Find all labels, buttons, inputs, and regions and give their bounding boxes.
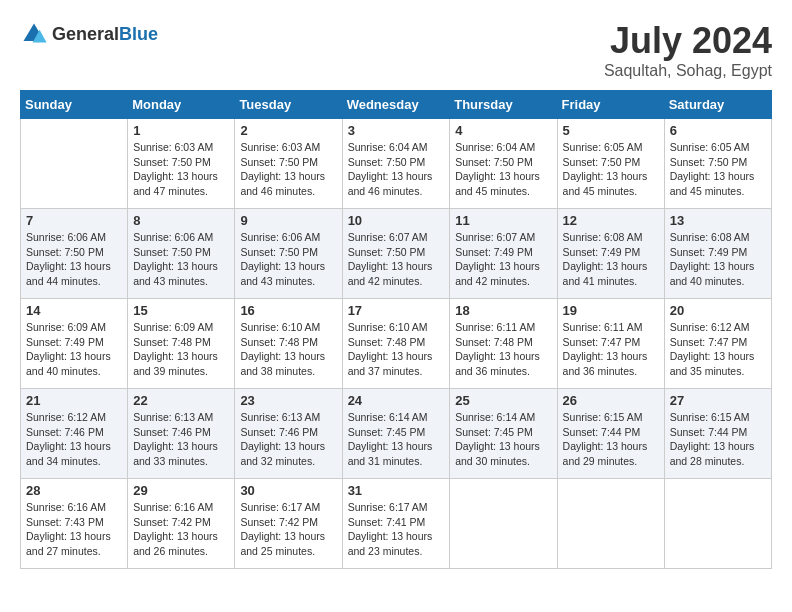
- calendar-week-row: 21Sunrise: 6:12 AM Sunset: 7:46 PM Dayli…: [21, 389, 772, 479]
- day-info: Sunrise: 6:06 AM Sunset: 7:50 PM Dayligh…: [240, 230, 336, 289]
- day-info: Sunrise: 6:15 AM Sunset: 7:44 PM Dayligh…: [563, 410, 659, 469]
- calendar-cell: 12Sunrise: 6:08 AM Sunset: 7:49 PM Dayli…: [557, 209, 664, 299]
- header-wednesday: Wednesday: [342, 91, 450, 119]
- calendar-cell: 30Sunrise: 6:17 AM Sunset: 7:42 PM Dayli…: [235, 479, 342, 569]
- calendar-cell: 14Sunrise: 6:09 AM Sunset: 7:49 PM Dayli…: [21, 299, 128, 389]
- calendar-week-row: 28Sunrise: 6:16 AM Sunset: 7:43 PM Dayli…: [21, 479, 772, 569]
- location-subtitle: Saqultah, Sohag, Egypt: [604, 62, 772, 80]
- calendar-cell: 28Sunrise: 6:16 AM Sunset: 7:43 PM Dayli…: [21, 479, 128, 569]
- day-number: 31: [348, 483, 445, 498]
- header-sunday: Sunday: [21, 91, 128, 119]
- day-number: 7: [26, 213, 122, 228]
- day-number: 3: [348, 123, 445, 138]
- day-info: Sunrise: 6:06 AM Sunset: 7:50 PM Dayligh…: [26, 230, 122, 289]
- day-number: 1: [133, 123, 229, 138]
- day-number: 22: [133, 393, 229, 408]
- day-number: 23: [240, 393, 336, 408]
- day-number: 25: [455, 393, 551, 408]
- calendar-cell: 25Sunrise: 6:14 AM Sunset: 7:45 PM Dayli…: [450, 389, 557, 479]
- calendar-cell: [557, 479, 664, 569]
- calendar-week-row: 7Sunrise: 6:06 AM Sunset: 7:50 PM Daylig…: [21, 209, 772, 299]
- header-saturday: Saturday: [664, 91, 771, 119]
- calendar-cell: 19Sunrise: 6:11 AM Sunset: 7:47 PM Dayli…: [557, 299, 664, 389]
- month-year-title: July 2024: [604, 20, 772, 62]
- day-number: 14: [26, 303, 122, 318]
- calendar-cell: 9Sunrise: 6:06 AM Sunset: 7:50 PM Daylig…: [235, 209, 342, 299]
- day-number: 24: [348, 393, 445, 408]
- day-info: Sunrise: 6:10 AM Sunset: 7:48 PM Dayligh…: [240, 320, 336, 379]
- calendar-cell: 3Sunrise: 6:04 AM Sunset: 7:50 PM Daylig…: [342, 119, 450, 209]
- day-info: Sunrise: 6:14 AM Sunset: 7:45 PM Dayligh…: [348, 410, 445, 469]
- calendar-cell: 31Sunrise: 6:17 AM Sunset: 7:41 PM Dayli…: [342, 479, 450, 569]
- calendar-cell: 24Sunrise: 6:14 AM Sunset: 7:45 PM Dayli…: [342, 389, 450, 479]
- day-info: Sunrise: 6:14 AM Sunset: 7:45 PM Dayligh…: [455, 410, 551, 469]
- day-info: Sunrise: 6:13 AM Sunset: 7:46 PM Dayligh…: [240, 410, 336, 469]
- calendar-cell: 20Sunrise: 6:12 AM Sunset: 7:47 PM Dayli…: [664, 299, 771, 389]
- day-info: Sunrise: 6:08 AM Sunset: 7:49 PM Dayligh…: [563, 230, 659, 289]
- day-info: Sunrise: 6:03 AM Sunset: 7:50 PM Dayligh…: [240, 140, 336, 199]
- calendar-header-row: SundayMondayTuesdayWednesdayThursdayFrid…: [21, 91, 772, 119]
- day-number: 10: [348, 213, 445, 228]
- day-number: 28: [26, 483, 122, 498]
- header-thursday: Thursday: [450, 91, 557, 119]
- calendar-cell: [21, 119, 128, 209]
- calendar-week-row: 14Sunrise: 6:09 AM Sunset: 7:49 PM Dayli…: [21, 299, 772, 389]
- day-info: Sunrise: 6:13 AM Sunset: 7:46 PM Dayligh…: [133, 410, 229, 469]
- day-number: 12: [563, 213, 659, 228]
- day-number: 8: [133, 213, 229, 228]
- day-info: Sunrise: 6:15 AM Sunset: 7:44 PM Dayligh…: [670, 410, 766, 469]
- day-info: Sunrise: 6:11 AM Sunset: 7:48 PM Dayligh…: [455, 320, 551, 379]
- calendar-cell: 5Sunrise: 6:05 AM Sunset: 7:50 PM Daylig…: [557, 119, 664, 209]
- calendar-cell: 4Sunrise: 6:04 AM Sunset: 7:50 PM Daylig…: [450, 119, 557, 209]
- calendar-cell: 27Sunrise: 6:15 AM Sunset: 7:44 PM Dayli…: [664, 389, 771, 479]
- calendar-cell: 2Sunrise: 6:03 AM Sunset: 7:50 PM Daylig…: [235, 119, 342, 209]
- day-info: Sunrise: 6:17 AM Sunset: 7:42 PM Dayligh…: [240, 500, 336, 559]
- day-number: 16: [240, 303, 336, 318]
- day-number: 2: [240, 123, 336, 138]
- day-info: Sunrise: 6:05 AM Sunset: 7:50 PM Dayligh…: [670, 140, 766, 199]
- day-number: 15: [133, 303, 229, 318]
- calendar-cell: 15Sunrise: 6:09 AM Sunset: 7:48 PM Dayli…: [128, 299, 235, 389]
- day-number: 17: [348, 303, 445, 318]
- page-header: GeneralBlue July 2024 Saqultah, Sohag, E…: [20, 20, 772, 80]
- logo-text-general: General: [52, 24, 119, 44]
- calendar-cell: 22Sunrise: 6:13 AM Sunset: 7:46 PM Dayli…: [128, 389, 235, 479]
- calendar-cell: [450, 479, 557, 569]
- calendar-cell: 21Sunrise: 6:12 AM Sunset: 7:46 PM Dayli…: [21, 389, 128, 479]
- day-info: Sunrise: 6:12 AM Sunset: 7:47 PM Dayligh…: [670, 320, 766, 379]
- day-info: Sunrise: 6:17 AM Sunset: 7:41 PM Dayligh…: [348, 500, 445, 559]
- calendar-cell: 10Sunrise: 6:07 AM Sunset: 7:50 PM Dayli…: [342, 209, 450, 299]
- calendar-cell: 13Sunrise: 6:08 AM Sunset: 7:49 PM Dayli…: [664, 209, 771, 299]
- logo: GeneralBlue: [20, 20, 158, 48]
- calendar-cell: 16Sunrise: 6:10 AM Sunset: 7:48 PM Dayli…: [235, 299, 342, 389]
- day-number: 6: [670, 123, 766, 138]
- calendar-cell: 17Sunrise: 6:10 AM Sunset: 7:48 PM Dayli…: [342, 299, 450, 389]
- day-info: Sunrise: 6:07 AM Sunset: 7:50 PM Dayligh…: [348, 230, 445, 289]
- day-number: 21: [26, 393, 122, 408]
- calendar-cell: [664, 479, 771, 569]
- title-block: July 2024 Saqultah, Sohag, Egypt: [604, 20, 772, 80]
- calendar-cell: 26Sunrise: 6:15 AM Sunset: 7:44 PM Dayli…: [557, 389, 664, 479]
- header-friday: Friday: [557, 91, 664, 119]
- day-number: 4: [455, 123, 551, 138]
- calendar-cell: 11Sunrise: 6:07 AM Sunset: 7:49 PM Dayli…: [450, 209, 557, 299]
- calendar-week-row: 1Sunrise: 6:03 AM Sunset: 7:50 PM Daylig…: [21, 119, 772, 209]
- day-info: Sunrise: 6:09 AM Sunset: 7:48 PM Dayligh…: [133, 320, 229, 379]
- calendar-cell: 18Sunrise: 6:11 AM Sunset: 7:48 PM Dayli…: [450, 299, 557, 389]
- calendar-table: SundayMondayTuesdayWednesdayThursdayFrid…: [20, 90, 772, 569]
- day-info: Sunrise: 6:03 AM Sunset: 7:50 PM Dayligh…: [133, 140, 229, 199]
- day-number: 9: [240, 213, 336, 228]
- day-info: Sunrise: 6:10 AM Sunset: 7:48 PM Dayligh…: [348, 320, 445, 379]
- day-number: 11: [455, 213, 551, 228]
- day-info: Sunrise: 6:12 AM Sunset: 7:46 PM Dayligh…: [26, 410, 122, 469]
- day-info: Sunrise: 6:06 AM Sunset: 7:50 PM Dayligh…: [133, 230, 229, 289]
- header-monday: Monday: [128, 91, 235, 119]
- day-number: 5: [563, 123, 659, 138]
- calendar-cell: 6Sunrise: 6:05 AM Sunset: 7:50 PM Daylig…: [664, 119, 771, 209]
- day-number: 13: [670, 213, 766, 228]
- logo-text-blue: Blue: [119, 24, 158, 44]
- day-info: Sunrise: 6:07 AM Sunset: 7:49 PM Dayligh…: [455, 230, 551, 289]
- day-info: Sunrise: 6:16 AM Sunset: 7:43 PM Dayligh…: [26, 500, 122, 559]
- calendar-cell: 8Sunrise: 6:06 AM Sunset: 7:50 PM Daylig…: [128, 209, 235, 299]
- day-number: 19: [563, 303, 659, 318]
